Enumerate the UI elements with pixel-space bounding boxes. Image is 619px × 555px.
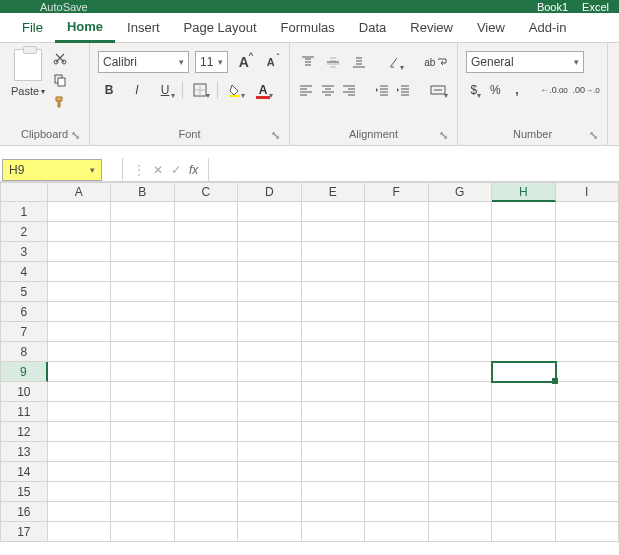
cell[interactable] xyxy=(429,462,492,482)
increase-font-button[interactable]: A^ xyxy=(234,51,255,73)
cell[interactable] xyxy=(111,342,174,362)
cell[interactable] xyxy=(556,262,619,282)
cell[interactable] xyxy=(556,322,619,342)
cell[interactable] xyxy=(111,322,174,342)
cell[interactable] xyxy=(556,522,619,542)
cell[interactable] xyxy=(111,222,174,242)
cell[interactable] xyxy=(556,422,619,442)
cell[interactable] xyxy=(492,502,555,522)
cell[interactable] xyxy=(365,462,428,482)
cell[interactable] xyxy=(175,522,238,542)
fill-color-button[interactable]: ▾ xyxy=(224,79,246,101)
cell[interactable] xyxy=(48,362,111,382)
row-header[interactable]: 14 xyxy=(0,462,48,482)
decrease-indent-button[interactable] xyxy=(374,79,390,101)
cell[interactable] xyxy=(492,522,555,542)
align-middle-button[interactable] xyxy=(323,51,342,73)
tab-home[interactable]: Home xyxy=(55,13,115,43)
cell[interactable] xyxy=(302,522,365,542)
cell[interactable] xyxy=(48,442,111,462)
cell[interactable] xyxy=(175,342,238,362)
cell[interactable] xyxy=(429,242,492,262)
cell[interactable] xyxy=(492,222,555,242)
percent-format-button[interactable]: % xyxy=(488,79,504,101)
cell[interactable] xyxy=(238,402,301,422)
tab-page-layout[interactable]: Page Layout xyxy=(172,13,269,43)
cell[interactable] xyxy=(556,202,619,222)
cell[interactable] xyxy=(48,382,111,402)
column-header[interactable]: A xyxy=(48,182,111,202)
formula-input[interactable] xyxy=(208,158,619,181)
cell[interactable] xyxy=(492,362,555,382)
cell[interactable] xyxy=(429,362,492,382)
number-format-combo[interactable]: General▾ xyxy=(466,51,584,73)
cell[interactable] xyxy=(302,402,365,422)
cell[interactable] xyxy=(48,422,111,442)
cell[interactable] xyxy=(175,382,238,402)
cell[interactable] xyxy=(175,502,238,522)
cell[interactable] xyxy=(492,302,555,322)
cell[interactable] xyxy=(492,382,555,402)
cell[interactable] xyxy=(238,202,301,222)
row-header[interactable]: 12 xyxy=(0,422,48,442)
cell[interactable] xyxy=(302,482,365,502)
align-top-button[interactable] xyxy=(298,51,317,73)
cell[interactable] xyxy=(556,222,619,242)
format-painter-button[interactable] xyxy=(50,93,70,111)
font-color-button[interactable]: A▾ xyxy=(252,79,274,101)
cell[interactable] xyxy=(365,382,428,402)
tab-view[interactable]: View xyxy=(465,13,517,43)
cell[interactable] xyxy=(556,242,619,262)
increase-decimal-button[interactable]: ←.0.00 xyxy=(541,79,567,101)
cell[interactable] xyxy=(365,402,428,422)
decrease-decimal-button[interactable]: .00→.0 xyxy=(573,79,599,101)
cell[interactable] xyxy=(111,422,174,442)
enter-formula-button[interactable]: ✓ xyxy=(171,163,181,177)
align-bottom-button[interactable] xyxy=(349,51,368,73)
tab-file[interactable]: File xyxy=(10,13,55,43)
cell[interactable] xyxy=(429,322,492,342)
cell[interactable] xyxy=(302,462,365,482)
row-header[interactable]: 13 xyxy=(0,442,48,462)
cell[interactable] xyxy=(556,362,619,382)
cell[interactable] xyxy=(175,222,238,242)
cell[interactable] xyxy=(492,282,555,302)
row-header[interactable]: 11 xyxy=(0,402,48,422)
row-header[interactable]: 8 xyxy=(0,342,48,362)
cell[interactable] xyxy=(365,502,428,522)
cell[interactable] xyxy=(175,442,238,462)
font-size-combo[interactable]: 11▾ xyxy=(195,51,228,73)
cell[interactable] xyxy=(111,202,174,222)
accounting-format-button[interactable]: $▾ xyxy=(466,79,482,101)
cell[interactable] xyxy=(175,322,238,342)
font-name-combo[interactable]: Calibri▾ xyxy=(98,51,189,73)
cell[interactable] xyxy=(48,202,111,222)
cell[interactable] xyxy=(429,302,492,322)
comma-format-button[interactable]: , xyxy=(509,79,525,101)
cell[interactable] xyxy=(365,282,428,302)
cell[interactable] xyxy=(556,442,619,462)
cell[interactable] xyxy=(429,422,492,442)
wrap-text-button[interactable]: ab xyxy=(423,51,450,73)
cell[interactable] xyxy=(111,302,174,322)
paste-button[interactable]: Paste▾ xyxy=(11,85,45,97)
cell[interactable] xyxy=(302,422,365,442)
cell[interactable] xyxy=(48,302,111,322)
cell[interactable] xyxy=(556,382,619,402)
column-header[interactable]: D xyxy=(238,182,301,202)
cell[interactable] xyxy=(111,522,174,542)
align-right-button[interactable] xyxy=(342,79,358,101)
row-header[interactable]: 17 xyxy=(0,522,48,542)
underline-button[interactable]: U▾ xyxy=(154,79,176,101)
column-header[interactable]: G xyxy=(429,182,492,202)
cell[interactable] xyxy=(111,362,174,382)
column-header[interactable]: F xyxy=(365,182,428,202)
cell[interactable] xyxy=(238,242,301,262)
cell[interactable] xyxy=(238,522,301,542)
tab-data[interactable]: Data xyxy=(347,13,398,43)
tab-review[interactable]: Review xyxy=(398,13,465,43)
cell[interactable] xyxy=(175,482,238,502)
cell[interactable] xyxy=(429,382,492,402)
row-header[interactable]: 15 xyxy=(0,482,48,502)
cell[interactable] xyxy=(48,502,111,522)
